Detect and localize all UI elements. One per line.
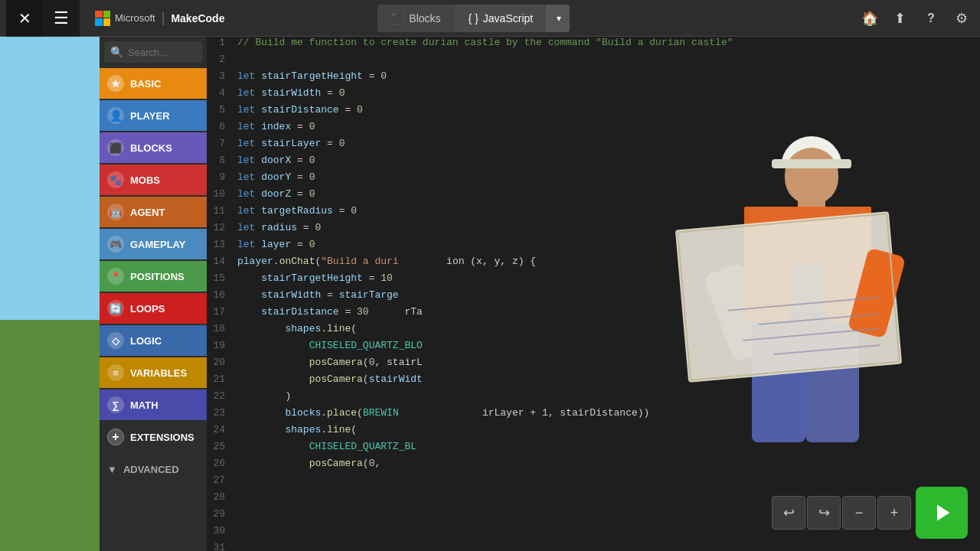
line-num-30: 30: [207, 525, 234, 536]
sidebar-item-advanced-label: ADVANCED: [123, 464, 179, 475]
code-line-13: 13 let layer = 0: [207, 239, 980, 256]
sidebar-item-gameplay[interactable]: 🎮 GAMEPLAY: [100, 229, 207, 259]
code-container[interactable]: 1 // Build me function to create durian …: [207, 37, 980, 551]
sidebar-item-advanced[interactable]: ▼ ADVANCED: [100, 454, 207, 484]
home-icon[interactable]: 🏠: [858, 6, 882, 31]
code-line-11: 11 let targetRadius = 0: [207, 205, 980, 222]
line-content-18: shapes.line(: [234, 323, 357, 334]
line-num-11: 11: [207, 205, 234, 217]
game-view: [0, 37, 100, 551]
line-content-11: let targetRadius = 0: [234, 205, 357, 217]
line-content-23: blocks.place(BREWIN irLayer + 1, stairDi…: [234, 407, 649, 419]
line-content-26: posCamera(0,: [234, 458, 381, 469]
sidebar: 🔍 ★ BASIC 👤 PLAYER ⬛ BLOCKS 🐾 MOBS 🤖 AGE…: [100, 37, 207, 551]
extensions-icon: +: [107, 429, 124, 445]
math-icon: ∑: [107, 396, 124, 413]
line-num-6: 6: [207, 121, 234, 132]
redo-icon: ↪: [818, 504, 830, 521]
code-line-3: 3 let stairTargetHeight = 0: [207, 70, 980, 87]
tab-javascript[interactable]: { } JavaScript: [455, 5, 547, 32]
code-line-1: 1 // Build me function to create durian …: [207, 37, 980, 54]
line-num-26: 26: [207, 458, 234, 469]
menu-button[interactable]: ☰: [43, 0, 80, 37]
line-content-12: let radius = 0: [234, 222, 321, 233]
mobs-icon: 🐾: [107, 171, 124, 188]
code-line-16: 16 stairWidth = stairTarge: [207, 289, 980, 306]
blocks-sidebar-icon: ⬛: [107, 139, 124, 156]
sidebar-item-logic-label: LOGIC: [130, 335, 162, 347]
line-num-29: 29: [207, 508, 234, 520]
tab-blocks[interactable]: ⬛ Blocks: [377, 5, 454, 32]
close-button[interactable]: ✕: [6, 0, 43, 37]
code-line-20: 20 posCamera(0, stairL: [207, 357, 980, 373]
line-content-21: posCamera(stairWidt: [234, 373, 423, 385]
chevron-down-icon: ▼: [107, 464, 117, 475]
line-content-29: [234, 508, 243, 520]
search-box[interactable]: 🔍: [104, 41, 202, 63]
line-content-27: [234, 474, 243, 486]
tab-dropdown-button[interactable]: ▾: [547, 5, 570, 32]
logo-area: Microsoft | MakeCode: [86, 10, 234, 26]
code-line-6: 6 let index = 0: [207, 121, 980, 138]
line-content-10: let doorZ = 0: [234, 188, 315, 200]
code-line-25: 25 CHISELED_QUARTZ_BL: [207, 441, 980, 458]
line-num-5: 5: [207, 104, 234, 116]
sidebar-item-logic[interactable]: ◇ LOGIC: [100, 325, 207, 356]
line-content-4: let stairWidth = 0: [234, 87, 345, 99]
microsoft-logo: [95, 11, 110, 26]
sidebar-item-blocks[interactable]: ⬛ BLOCKS: [100, 132, 207, 163]
microsoft-label: Microsoft: [115, 12, 155, 24]
sidebar-item-gameplay-label: GAMEPLAY: [130, 239, 185, 250]
sidebar-item-math[interactable]: ∑ MATH: [100, 390, 207, 420]
code-line-19: 19 CHISELED_QUARTZ_BLO: [207, 340, 980, 357]
line-num-13: 13: [207, 239, 234, 250]
sidebar-item-positions[interactable]: 📍 POSITIONS: [100, 261, 207, 292]
sidebar-item-mobs-label: MOBS: [130, 174, 160, 186]
sidebar-item-agent[interactable]: 🤖 AGENT: [100, 197, 207, 227]
line-content-2: [234, 54, 243, 65]
topbar: ✕ ☰ Microsoft | MakeCode ⬛ Blocks { } Ja…: [0, 0, 980, 37]
help-icon[interactable]: ?: [919, 6, 943, 31]
logic-icon: ◇: [107, 332, 124, 349]
share-icon[interactable]: ⬆: [888, 6, 913, 31]
line-num-31: 31: [207, 542, 234, 551]
sidebar-item-mobs[interactable]: 🐾 MOBS: [100, 165, 207, 195]
code-line-23: 23 blocks.place(BREWIN irLayer + 1, stai…: [207, 407, 980, 424]
loops-icon: 🔄: [107, 300, 124, 317]
sidebar-item-extensions[interactable]: + EXTENSIONS: [100, 422, 207, 452]
line-num-7: 7: [207, 138, 234, 149]
line-num-17: 17: [207, 306, 234, 318]
code-line-7: 7 let stairLayer = 0: [207, 138, 980, 155]
player-icon: 👤: [107, 107, 124, 124]
sidebar-item-variables[interactable]: ≡ VARIABLES: [100, 357, 207, 388]
basic-icon: ★: [107, 75, 124, 92]
undo-button[interactable]: ↩: [772, 496, 805, 530]
line-content-20: posCamera(0, stairL: [234, 357, 423, 368]
sidebar-item-positions-label: POSITIONS: [130, 271, 185, 282]
line-num-24: 24: [207, 424, 234, 435]
settings-icon[interactable]: ⚙: [949, 6, 974, 31]
line-num-4: 4: [207, 87, 234, 99]
sidebar-item-basic[interactable]: ★ BASIC: [100, 68, 207, 99]
run-button[interactable]: [916, 487, 968, 539]
line-content-3: let stairTargetHeight = 0: [234, 70, 387, 82]
sidebar-item-loops[interactable]: 🔄 LOOPS: [100, 293, 207, 324]
redo-button[interactable]: ↪: [807, 496, 841, 530]
zoom-in-button[interactable]: +: [877, 496, 911, 530]
zoom-out-button[interactable]: −: [842, 496, 876, 530]
sidebar-item-loops-label: LOOPS: [130, 303, 165, 315]
code-line-24: 24 shapes.line(: [207, 424, 980, 441]
code-line-17: 17 stairDistance = 30 rTa: [207, 306, 980, 323]
code-line-21: 21 posCamera(stairWidt: [207, 373, 980, 390]
line-num-22: 22: [207, 390, 234, 402]
js-icon: { }: [469, 12, 479, 24]
makecode-label: MakeCode: [171, 12, 224, 24]
sidebar-item-player[interactable]: 👤 PLAYER: [100, 100, 207, 131]
tab-area: ⬛ Blocks { } JavaScript ▾: [377, 5, 570, 32]
line-content-31: [234, 542, 243, 551]
line-num-9: 9: [207, 171, 234, 183]
code-line-15: 15 stairTargetHeight = 10: [207, 272, 980, 289]
gameplay-icon: 🎮: [107, 236, 124, 253]
topbar-actions: 🏠 ⬆ ? ⚙: [858, 6, 974, 31]
line-num-19: 19: [207, 340, 234, 351]
